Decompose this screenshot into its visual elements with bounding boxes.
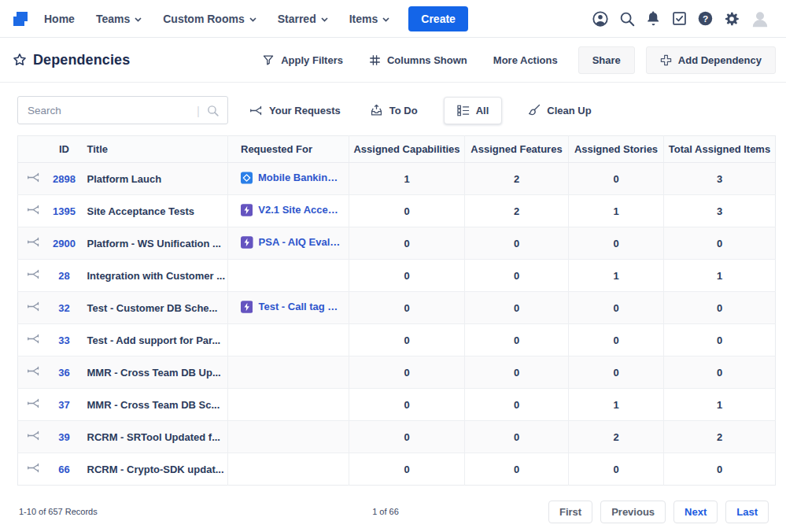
table-row: 37MMR - Cross Team DB Sc...0011: [18, 389, 776, 421]
requested-for-cell: V2.1 Site Accept...: [228, 195, 349, 227]
table-footer: 1-10 of 657 Records 1 of 66 First Previo…: [0, 501, 786, 523]
records-count: 1-10 of 657 Records: [19, 507, 98, 516]
top-navigation: Home Teams Custom Rooms Starred Items Cr…: [0, 0, 786, 38]
dependency-id-link[interactable]: 1395: [53, 205, 76, 217]
requested-for-cell: [228, 389, 349, 421]
search-icon[interactable]: [618, 10, 636, 28]
dependency-id-link[interactable]: 2898: [53, 173, 76, 185]
column-header-assigned-capabilities[interactable]: Assigned Capabilities: [349, 136, 465, 163]
chevron-down-icon: [135, 17, 142, 22]
total-assigned-items-cell: 0: [664, 227, 776, 260]
table-row: 2900Platform - WS Unification ...PSA - A…: [18, 227, 776, 260]
dependency-id-link[interactable]: 66: [58, 464, 69, 475]
notifications-icon[interactable]: [645, 10, 662, 27]
total-assigned-items-cell: 0: [664, 357, 776, 389]
filter-all[interactable]: All: [444, 97, 503, 124]
requested-for-link[interactable]: PSA - AIQ Evalu...: [241, 236, 342, 249]
title-cell: RCRM - Crypto-SDK updat...: [79, 453, 228, 486]
nav-item-items[interactable]: Items: [349, 13, 390, 25]
id-cell: 66: [50, 453, 79, 486]
search-input[interactable]: [28, 105, 190, 116]
row-drag-cell: [18, 163, 50, 195]
row-drag-cell: [18, 357, 50, 389]
requested-for-link[interactable]: Mobile Banking i...: [241, 172, 342, 184]
requested-for-cell: Test - Call tag di...: [228, 292, 349, 324]
column-header-requested-for[interactable]: Requested For: [228, 136, 349, 163]
dependency-id-link[interactable]: 28: [58, 270, 69, 282]
dependency-id-link[interactable]: 33: [58, 334, 69, 346]
tasks-icon[interactable]: [671, 10, 688, 27]
avatar[interactable]: [750, 9, 770, 29]
dependency-branch-icon[interactable]: [27, 301, 40, 312]
nav-item-teams[interactable]: Teams: [96, 13, 142, 25]
previous-page-button[interactable]: Previous: [600, 501, 666, 523]
quick-filters: Your Requests To Do All Clean Up: [249, 97, 592, 124]
assigned-stories-cell: 0: [569, 163, 664, 195]
nav-item-custom-rooms[interactable]: Custom Rooms: [163, 13, 256, 25]
columns-shown-button[interactable]: Columns Shown: [369, 54, 467, 66]
more-actions-button[interactable]: More Actions: [493, 54, 558, 66]
pagination: First Previous Next Last: [548, 501, 769, 523]
dependency-branch-icon[interactable]: [27, 333, 40, 345]
apply-filters-button[interactable]: Apply Filters: [262, 54, 343, 66]
filter-clean-up[interactable]: Clean Up: [528, 104, 591, 116]
column-header-title[interactable]: Title: [79, 136, 228, 163]
feature-icon: [241, 204, 253, 216]
last-page-button[interactable]: Last: [725, 501, 769, 523]
assigned-capabilities-cell: 0: [349, 260, 465, 292]
column-header-assigned-stories[interactable]: Assigned Stories: [569, 136, 664, 163]
star-icon[interactable]: [12, 52, 28, 68]
dependencies-table: ID Title Requested For Assigned Capabili…: [17, 135, 775, 486]
table-row: 1395Site Acceptance TestsV2.1 Site Accep…: [18, 195, 776, 227]
dependency-branch-icon[interactable]: [27, 268, 40, 280]
first-page-button[interactable]: First: [548, 501, 592, 523]
dependency-id-link[interactable]: 36: [58, 367, 69, 379]
filter-your-requests[interactable]: Your Requests: [249, 105, 341, 116]
assigned-features-cell: 0: [465, 357, 569, 389]
total-assigned-items-cell: 1: [664, 389, 776, 421]
assigned-stories-cell: 0: [569, 227, 664, 260]
dependency-branch-icon: [249, 105, 263, 116]
column-header-id[interactable]: ID: [50, 136, 79, 163]
column-header-assigned-features[interactable]: Assigned Features: [465, 136, 569, 163]
help-icon[interactable]: ?: [697, 10, 714, 27]
dependency-id-link[interactable]: 37: [58, 399, 69, 411]
dependency-id-link[interactable]: 32: [58, 302, 69, 314]
assigned-features-cell: 0: [465, 389, 569, 421]
requested-for-link[interactable]: V2.1 Site Accept...: [241, 204, 342, 216]
row-drag-cell: [18, 389, 50, 421]
dependency-branch-icon[interactable]: [27, 462, 40, 474]
search-divider: |: [197, 104, 200, 117]
profile-icon[interactable]: [592, 10, 609, 28]
broom-icon: [528, 104, 541, 116]
row-drag-cell: [18, 421, 50, 453]
share-button[interactable]: Share: [578, 46, 635, 74]
dependency-branch-icon[interactable]: [27, 204, 40, 216]
dependency-id-link[interactable]: 39: [58, 431, 69, 443]
search-icon[interactable]: [206, 104, 220, 117]
page-header: Dependencies Apply Filters Columns Shown…: [0, 38, 786, 83]
dependency-id-link[interactable]: 2900: [53, 238, 76, 249]
assigned-capabilities-cell: 0: [349, 453, 465, 486]
nav-item-home[interactable]: Home: [44, 13, 75, 25]
settings-icon[interactable]: [723, 10, 740, 28]
table-toolbar: | Your Requests To Do All Clean Up: [0, 95, 786, 125]
dependency-branch-icon[interactable]: [27, 397, 40, 409]
requested-for-link[interactable]: Test - Call tag di...: [241, 301, 342, 313]
next-page-button[interactable]: Next: [673, 501, 718, 523]
column-header-total-assigned-items[interactable]: Total Assigned Items: [664, 136, 776, 163]
dependency-branch-icon[interactable]: [27, 365, 40, 377]
page-title: Dependencies: [33, 52, 130, 68]
total-assigned-items-cell: 1: [664, 260, 776, 292]
add-dependency-button[interactable]: Add Dependency: [646, 46, 776, 74]
jira-align-logo-icon[interactable]: [11, 9, 30, 28]
create-button[interactable]: Create: [408, 6, 468, 31]
dependency-branch-icon[interactable]: [27, 236, 40, 248]
dependency-branch-icon[interactable]: [27, 172, 40, 183]
dependency-branch-icon[interactable]: [27, 430, 40, 441]
total-assigned-items-cell: 3: [664, 195, 776, 227]
requested-for-label: Test - Call tag di...: [258, 301, 342, 312]
assigned-features-cell: 0: [465, 421, 569, 453]
nav-item-starred[interactable]: Starred: [278, 13, 328, 25]
filter-to-do[interactable]: To Do: [370, 104, 418, 116]
